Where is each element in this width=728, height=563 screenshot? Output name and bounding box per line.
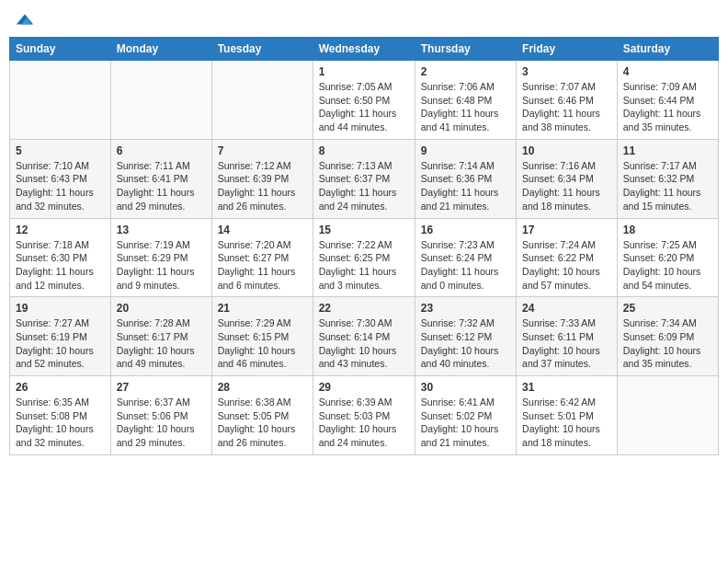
day-info: Sunrise: 7:11 AM Sunset: 6:41 PM Dayligh… — [117, 159, 206, 213]
calendar-cell — [617, 376, 718, 455]
calendar-cell: 1Sunrise: 7:05 AM Sunset: 6:50 PM Daylig… — [313, 61, 415, 140]
day-number: 31 — [522, 381, 611, 394]
day-number: 10 — [522, 144, 611, 157]
day-info: Sunrise: 6:38 AM Sunset: 5:05 PM Dayligh… — [218, 396, 307, 450]
calendar-cell: 13Sunrise: 7:19 AM Sunset: 6:29 PM Dayli… — [110, 218, 211, 297]
day-number: 2 — [421, 65, 510, 78]
day-number: 6 — [117, 144, 206, 157]
calendar-cell: 30Sunrise: 6:41 AM Sunset: 5:02 PM Dayli… — [415, 376, 516, 455]
calendar-cell: 11Sunrise: 7:17 AM Sunset: 6:32 PM Dayli… — [617, 139, 718, 218]
calendar-cell: 2Sunrise: 7:06 AM Sunset: 6:48 PM Daylig… — [415, 61, 516, 140]
calendar-cell: 9Sunrise: 7:14 AM Sunset: 6:36 PM Daylig… — [415, 139, 516, 218]
day-info: Sunrise: 7:10 AM Sunset: 6:43 PM Dayligh… — [16, 159, 105, 213]
day-number: 17 — [522, 224, 611, 236]
day-header-wednesday: Wednesday — [313, 38, 415, 61]
day-number: 25 — [623, 302, 712, 315]
day-header-tuesday: Tuesday — [211, 38, 313, 61]
day-number: 21 — [218, 302, 307, 315]
day-info: Sunrise: 7:09 AM Sunset: 6:44 PM Dayligh… — [623, 80, 712, 134]
day-number: 23 — [421, 302, 510, 315]
day-info: Sunrise: 7:32 AM Sunset: 6:12 PM Dayligh… — [421, 316, 510, 371]
day-number: 1 — [319, 65, 409, 78]
day-info: Sunrise: 7:20 AM Sunset: 6:27 PM Dayligh… — [218, 238, 307, 293]
day-number: 3 — [522, 65, 611, 78]
calendar-cell: 7Sunrise: 7:12 AM Sunset: 6:39 PM Daylig… — [211, 139, 313, 218]
calendar-week-4: 19Sunrise: 7:27 AM Sunset: 6:19 PM Dayli… — [10, 297, 719, 376]
calendar-cell: 8Sunrise: 7:13 AM Sunset: 6:37 PM Daylig… — [313, 139, 415, 218]
day-number: 19 — [16, 302, 105, 315]
calendar-cell: 26Sunrise: 6:35 AM Sunset: 5:08 PM Dayli… — [10, 376, 111, 455]
day-number: 26 — [16, 381, 105, 394]
day-number: 24 — [522, 302, 611, 315]
day-number: 5 — [16, 144, 105, 157]
day-info: Sunrise: 6:39 AM Sunset: 5:03 PM Dayligh… — [319, 396, 409, 450]
calendar-cell: 15Sunrise: 7:22 AM Sunset: 6:25 PM Dayli… — [313, 218, 415, 297]
day-info: Sunrise: 7:29 AM Sunset: 6:15 PM Dayligh… — [218, 316, 307, 371]
calendar-cell: 19Sunrise: 7:27 AM Sunset: 6:19 PM Dayli… — [10, 297, 111, 376]
calendar-week-2: 5Sunrise: 7:10 AM Sunset: 6:43 PM Daylig… — [10, 139, 719, 218]
day-header-monday: Monday — [110, 38, 211, 61]
day-info: Sunrise: 7:19 AM Sunset: 6:29 PM Dayligh… — [117, 238, 206, 293]
day-info: Sunrise: 7:34 AM Sunset: 6:09 PM Dayligh… — [623, 316, 712, 371]
day-info: Sunrise: 6:41 AM Sunset: 5:02 PM Dayligh… — [421, 396, 510, 450]
day-info: Sunrise: 7:17 AM Sunset: 6:32 PM Dayligh… — [623, 159, 712, 213]
calendar-cell: 23Sunrise: 7:32 AM Sunset: 6:12 PM Dayli… — [415, 297, 516, 376]
calendar-cell — [10, 61, 111, 140]
calendar-cell: 21Sunrise: 7:29 AM Sunset: 6:15 PM Dayli… — [211, 297, 313, 376]
day-number: 12 — [16, 224, 105, 236]
day-header-sunday: Sunday — [10, 38, 111, 61]
day-info: Sunrise: 7:05 AM Sunset: 6:50 PM Dayligh… — [319, 80, 409, 134]
day-number: 27 — [117, 381, 206, 394]
calendar-cell: 4Sunrise: 7:09 AM Sunset: 6:44 PM Daylig… — [617, 61, 718, 140]
calendar-cell: 29Sunrise: 6:39 AM Sunset: 5:03 PM Dayli… — [313, 376, 415, 455]
calendar-week-3: 12Sunrise: 7:18 AM Sunset: 6:30 PM Dayli… — [10, 218, 719, 297]
day-header-thursday: Thursday — [415, 38, 516, 61]
day-header-friday: Friday — [517, 38, 618, 61]
calendar-cell: 25Sunrise: 7:34 AM Sunset: 6:09 PM Dayli… — [617, 297, 718, 376]
day-info: Sunrise: 7:25 AM Sunset: 6:20 PM Dayligh… — [623, 238, 712, 293]
day-info: Sunrise: 7:33 AM Sunset: 6:11 PM Dayligh… — [522, 316, 611, 371]
day-number: 14 — [218, 224, 307, 236]
day-number: 11 — [623, 144, 712, 157]
day-info: Sunrise: 7:16 AM Sunset: 6:34 PM Dayligh… — [522, 159, 611, 213]
day-info: Sunrise: 7:14 AM Sunset: 6:36 PM Dayligh… — [421, 159, 510, 213]
calendar-week-1: 1Sunrise: 7:05 AM Sunset: 6:50 PM Daylig… — [10, 61, 719, 140]
day-info: Sunrise: 6:37 AM Sunset: 5:06 PM Dayligh… — [117, 396, 206, 450]
calendar-cell: 31Sunrise: 6:42 AM Sunset: 5:01 PM Dayli… — [517, 376, 618, 455]
logo — [13, 9, 35, 29]
calendar-cell: 20Sunrise: 7:28 AM Sunset: 6:17 PM Dayli… — [110, 297, 211, 376]
calendar-table: SundayMondayTuesdayWednesdayThursdayFrid… — [9, 37, 719, 455]
page-header — [9, 9, 719, 29]
calendar-cell: 5Sunrise: 7:10 AM Sunset: 6:43 PM Daylig… — [10, 139, 111, 218]
calendar-cell: 17Sunrise: 7:24 AM Sunset: 6:22 PM Dayli… — [517, 218, 618, 297]
calendar-cell: 18Sunrise: 7:25 AM Sunset: 6:20 PM Dayli… — [617, 218, 718, 297]
day-info: Sunrise: 7:13 AM Sunset: 6:37 PM Dayligh… — [319, 159, 409, 213]
logo-icon — [15, 9, 35, 29]
day-number: 18 — [623, 224, 712, 236]
day-number: 4 — [623, 65, 712, 78]
day-number: 13 — [117, 224, 206, 236]
day-number: 9 — [421, 144, 510, 157]
day-info: Sunrise: 7:12 AM Sunset: 6:39 PM Dayligh… — [218, 159, 307, 213]
calendar-header-row: SundayMondayTuesdayWednesdayThursdayFrid… — [10, 38, 719, 61]
day-number: 16 — [421, 224, 510, 236]
day-info: Sunrise: 7:18 AM Sunset: 6:30 PM Dayligh… — [16, 238, 105, 293]
day-info: Sunrise: 7:23 AM Sunset: 6:24 PM Dayligh… — [421, 238, 510, 293]
calendar-cell: 12Sunrise: 7:18 AM Sunset: 6:30 PM Dayli… — [10, 218, 111, 297]
day-info: Sunrise: 6:35 AM Sunset: 5:08 PM Dayligh… — [16, 396, 105, 450]
day-info: Sunrise: 7:30 AM Sunset: 6:14 PM Dayligh… — [319, 316, 409, 371]
calendar-cell: 28Sunrise: 6:38 AM Sunset: 5:05 PM Dayli… — [211, 376, 313, 455]
calendar-cell: 10Sunrise: 7:16 AM Sunset: 6:34 PM Dayli… — [517, 139, 618, 218]
calendar-cell: 22Sunrise: 7:30 AM Sunset: 6:14 PM Dayli… — [313, 297, 415, 376]
calendar-cell: 14Sunrise: 7:20 AM Sunset: 6:27 PM Dayli… — [211, 218, 313, 297]
day-number: 7 — [218, 144, 307, 157]
day-info: Sunrise: 7:07 AM Sunset: 6:46 PM Dayligh… — [522, 80, 611, 134]
day-info: Sunrise: 7:22 AM Sunset: 6:25 PM Dayligh… — [319, 238, 409, 293]
day-number: 30 — [421, 381, 510, 394]
day-number: 8 — [319, 144, 409, 157]
day-info: Sunrise: 7:24 AM Sunset: 6:22 PM Dayligh… — [522, 238, 611, 293]
day-info: Sunrise: 7:28 AM Sunset: 6:17 PM Dayligh… — [117, 316, 206, 371]
calendar-cell — [211, 61, 313, 140]
day-number: 15 — [319, 224, 409, 236]
calendar-cell: 16Sunrise: 7:23 AM Sunset: 6:24 PM Dayli… — [415, 218, 516, 297]
